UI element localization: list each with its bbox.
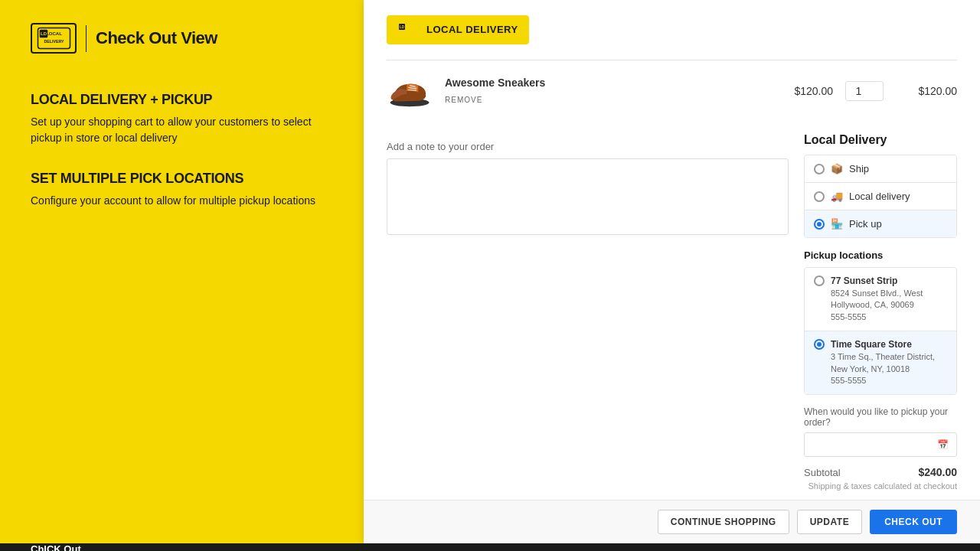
checkout-panel: LD LOCAL DELIVERY (364, 0, 980, 543)
delivery-options: 📦 Ship 🚚 Local delivery 🏪 Pick up (804, 155, 957, 238)
pickup-label: Pick up (849, 218, 882, 230)
cart-item-remove-button[interactable]: REMOVE (445, 96, 482, 104)
checkout-logo: LD LOCAL DELIVERY (387, 15, 529, 44)
cart-item-quantity[interactable] (845, 81, 884, 101)
feature-title-local-delivery: LOCAL DELIVERY + PICKUP (31, 92, 333, 108)
local-delivery-icon: 🚚 (831, 191, 843, 202)
subtotal-value: $240.00 (918, 466, 957, 478)
delivery-option-ship[interactable]: 📦 Ship (805, 155, 956, 183)
pickup-location-sunset[interactable]: 77 Sunset Strip 8524 Sunset Blvd., West … (805, 268, 956, 331)
location-details-times-square: Time Square Store 3 Time Sq., Theater Di… (831, 339, 947, 386)
calendar-icon[interactable]: 📅 (937, 439, 949, 450)
checkout-logo-text: LOCAL DELIVERY (426, 24, 518, 36)
radio-times-square[interactable] (814, 339, 825, 350)
location-name-times-square: Time Square Store (831, 339, 947, 350)
bottom-content: Add a note to your order Local Delivery … (387, 133, 957, 500)
feature-multiple-pick: SET MULTIPLE PICK LOCATIONS Configure yo… (31, 171, 333, 209)
subtotal-row: Subtotal $240.00 (804, 466, 957, 478)
radio-pickup[interactable] (814, 219, 825, 230)
location-details-sunset: 77 Sunset Strip 8524 Sunset Blvd., West … (831, 276, 947, 323)
local-delivery-label: Local delivery (849, 191, 910, 202)
tax-note: Shipping & taxes calculated at checkout (804, 481, 957, 491)
note-label: Add a note to your order (387, 141, 789, 152)
brand-divider (86, 25, 87, 52)
delivery-option-local[interactable]: 🚚 Local delivery (805, 183, 956, 210)
brand-title: Check Out View (96, 28, 217, 48)
pickup-location-times-square[interactable]: Time Square Store 3 Time Sq., Theater Di… (805, 331, 956, 394)
continue-shopping-button[interactable]: CONTINUE SHOPPING (658, 510, 789, 534)
brand-logo: LOCAL DELIVERY LD (31, 23, 77, 54)
cart-item-price: $120.00 (772, 85, 833, 97)
svg-line-11 (408, 90, 416, 91)
cart-item-total: $120.00 (896, 85, 957, 97)
subtotal-label: Subtotal (804, 467, 841, 478)
cart-item-details: Awesome Sneakers REMOVE (445, 77, 760, 106)
cart-section: Awesome Sneakers REMOVE $120.00 $120.00 (387, 60, 957, 122)
cart-item: Awesome Sneakers REMOVE $120.00 $120.00 (387, 72, 957, 122)
dark-bar-text: ChICK Out (31, 543, 81, 551)
delivery-title: Local Delivery (804, 133, 957, 147)
svg-text:DELIVERY: DELIVERY (44, 39, 64, 44)
pickup-date-input[interactable]: 📅 (804, 432, 957, 457)
left-panel: LOCAL DELIVERY LD Check Out View LOCAL D… (0, 0, 364, 543)
checkout-logo-icon: LD (397, 21, 420, 38)
ship-label: Ship (849, 163, 869, 174)
radio-ship[interactable] (814, 164, 825, 174)
radio-sunset[interactable] (814, 276, 825, 286)
pickup-icon: 🏪 (831, 218, 843, 230)
pickup-date-label: When would you like to pickup your order… (804, 406, 957, 428)
feature-title-multiple-pick: SET MULTIPLE PICK LOCATIONS (31, 171, 333, 187)
checkout-button[interactable]: CHECK OUT (870, 510, 957, 534)
note-section: Add a note to your order (387, 133, 789, 500)
cart-item-name: Awesome Sneakers (445, 77, 760, 89)
pickup-locations-label: Pickup locations (804, 249, 957, 261)
cart-item-image (387, 72, 433, 110)
svg-text:LOCAL: LOCAL (46, 31, 62, 36)
location-address-times-square: 3 Time Sq., Theater District, New York, … (831, 351, 947, 386)
delivery-section: Local Delivery 📦 Ship 🚚 Local delivery (804, 133, 957, 500)
svg-text:LD: LD (400, 25, 405, 29)
dark-bar: ChICK Out (0, 543, 980, 551)
update-button[interactable]: UPDATE (797, 510, 862, 534)
radio-local[interactable] (814, 191, 825, 202)
feature-local-delivery: LOCAL DELIVERY + PICKUP Set up your shop… (31, 92, 333, 146)
svg-text:LD: LD (41, 31, 47, 36)
note-textarea[interactable] (387, 158, 789, 235)
ship-icon: 📦 (831, 163, 843, 174)
feature-desc-local-delivery: Set up your shopping cart to allow your … (31, 114, 333, 146)
delivery-option-pickup[interactable]: 🏪 Pick up (805, 210, 956, 237)
pickup-locations: 77 Sunset Strip 8524 Sunset Blvd., West … (804, 267, 957, 395)
location-address-sunset: 8524 Sunset Blvd., West Hollywood, CA, 9… (831, 288, 947, 323)
footer-buttons: CONTINUE SHOPPING UPDATE CHECK OUT (364, 500, 980, 543)
feature-desc-multiple-pick: Configure your account to allow for mult… (31, 193, 333, 209)
brand-header: LOCAL DELIVERY LD Check Out View (31, 23, 333, 54)
location-name-sunset: 77 Sunset Strip (831, 276, 947, 286)
